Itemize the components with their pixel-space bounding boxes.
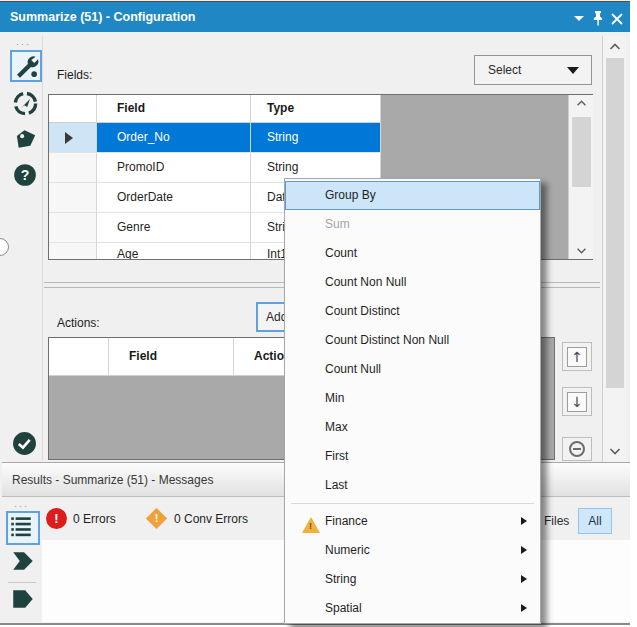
input-connection-button[interactable] <box>10 548 36 578</box>
fields-column-header-field[interactable]: Field <box>97 95 251 123</box>
output-connection-button[interactable] <box>10 586 36 616</box>
menu-item-last[interactable]: Last <box>285 471 540 500</box>
select-dropdown-label: Select <box>488 56 521 84</box>
menu-item-min[interactable]: Min <box>285 384 540 413</box>
errors-count[interactable]: 0 Errors <box>73 508 116 530</box>
conv-error-icon: ! <box>146 508 167 529</box>
menu-separator <box>291 503 534 504</box>
fields-cell-field[interactable]: Age <box>97 243 251 259</box>
configuration-tab-button[interactable] <box>10 50 42 82</box>
all-filter-button[interactable]: All <box>578 508 612 534</box>
circled-minus-icon <box>569 441 585 457</box>
connection-flag-icon <box>10 548 36 574</box>
current-row-arrow-icon <box>65 132 73 144</box>
menu-item-group-by[interactable]: Group By <box>285 181 540 210</box>
row-marker[interactable] <box>49 153 97 183</box>
up-arrow-icon: ↑ <box>567 347 587 367</box>
navigation-tab-button[interactable] <box>12 90 44 122</box>
help-icon: ? <box>12 162 38 188</box>
menu-item-finance[interactable]: Finance <box>285 507 540 536</box>
menu-item-count[interactable]: Count <box>285 239 540 268</box>
annotation-tab-button[interactable] <box>12 126 44 158</box>
list-view-icon <box>8 513 34 539</box>
submenu-arrow-icon <box>521 517 527 525</box>
connection-output-icon <box>10 586 36 612</box>
pin-icon[interactable] <box>590 9 606 27</box>
fields-cell-type[interactable]: String <box>251 123 381 153</box>
actions-label: Actions: <box>57 316 100 330</box>
scroll-up-icon[interactable] <box>569 95 593 112</box>
svg-text:?: ? <box>21 167 30 183</box>
scroll-up-icon[interactable] <box>603 38 626 56</box>
scroll-down-icon[interactable] <box>569 242 593 259</box>
menu-item-label: Numeric <box>325 543 370 557</box>
wrench-icon <box>12 52 40 80</box>
check-circle-icon <box>12 431 37 456</box>
menu-item-count-non-null[interactable]: Count Non Null <box>285 268 540 297</box>
submenu-arrow-icon <box>521 546 527 554</box>
navigation-icon <box>12 90 39 117</box>
error-icon: ! <box>46 508 67 529</box>
fields-grid-scrollbar[interactable] <box>568 95 593 259</box>
help-tab-button[interactable]: ? <box>12 162 44 194</box>
window-title: Summarize (51) - Configuration <box>10 2 195 32</box>
scrollbar-thumb[interactable] <box>572 117 591 187</box>
fields-column-header-type[interactable]: Type <box>251 95 381 123</box>
actions-column-header-field[interactable]: Field <box>109 338 234 376</box>
scroll-down-icon[interactable] <box>603 442 626 460</box>
fields-cell-field[interactable]: Genre <box>97 213 251 243</box>
results-title: Results - Summarize (51) - Messages <box>12 463 213 497</box>
row-marker[interactable] <box>49 123 97 153</box>
chevron-down-icon <box>567 67 579 74</box>
tag-icon <box>12 126 39 153</box>
panel-scrollbar[interactable] <box>602 36 626 462</box>
menu-item-count-distinct[interactable]: Count Distinct <box>285 297 540 326</box>
menu-item-string[interactable]: String <box>285 565 540 594</box>
summarize-configuration-window: Summarize (51) - Configuration ··· <box>0 0 637 627</box>
menu-item-max[interactable]: Max <box>285 413 540 442</box>
rail-grip[interactable]: ··· <box>16 41 31 47</box>
close-icon[interactable] <box>609 10 625 28</box>
row-marker[interactable] <box>49 213 97 243</box>
submenu-arrow-icon <box>521 604 527 612</box>
fields-grid-corner <box>49 95 97 123</box>
actions-grid-corner <box>49 338 109 376</box>
menu-item-first[interactable]: First <box>285 442 540 471</box>
menu-item-label: Finance <box>325 514 368 528</box>
menu-item-sum[interactable]: Sum <box>285 210 540 239</box>
submenu-arrow-icon <box>521 575 527 583</box>
configuration-titlebar[interactable]: Summarize (51) - Configuration <box>0 1 630 32</box>
fields-cell-field[interactable]: Order_No <box>97 123 251 153</box>
menu-item-count-distinct-non-null[interactable]: Count Distinct Non Null <box>285 326 540 355</box>
row-marker[interactable] <box>49 183 97 213</box>
scrollbar-thumb[interactable] <box>606 58 624 388</box>
warning-icon: ! <box>302 517 320 533</box>
results-rail-grip[interactable]: ··· <box>14 503 29 509</box>
titlebar-dropdown-caret-icon[interactable] <box>574 16 584 21</box>
select-dropdown-button[interactable]: Select <box>474 55 592 85</box>
row-marker[interactable] <box>49 243 97 259</box>
menu-item-numeric[interactable]: Numeric <box>285 536 540 565</box>
apply-button[interactable] <box>12 431 37 460</box>
down-arrow-icon: ↓ <box>567 392 587 412</box>
move-down-button[interactable]: ↓ <box>562 387 592 416</box>
fields-cell-field[interactable]: PromoID <box>97 153 251 183</box>
remove-action-button[interactable] <box>562 437 592 461</box>
conv-errors-count[interactable]: 0 Conv Errors <box>174 508 248 530</box>
menu-item-spatial[interactable]: Spatial <box>285 594 540 623</box>
summarize-action-context-menu: Group By Sum Count Count Non Null Count … <box>284 178 541 624</box>
fields-label: Fields: <box>57 68 92 82</box>
messages-view-button[interactable] <box>6 511 40 545</box>
move-up-button[interactable]: ↑ <box>562 342 592 371</box>
fields-cell-field[interactable]: OrderDate <box>97 183 251 213</box>
menu-item-count-null[interactable]: Count Null <box>285 355 540 384</box>
files-filter-label[interactable]: Files <box>544 510 569 532</box>
rail-divider <box>8 582 36 583</box>
menu-item-label: Spatial <box>325 601 362 615</box>
menu-item-label: String <box>325 572 356 586</box>
